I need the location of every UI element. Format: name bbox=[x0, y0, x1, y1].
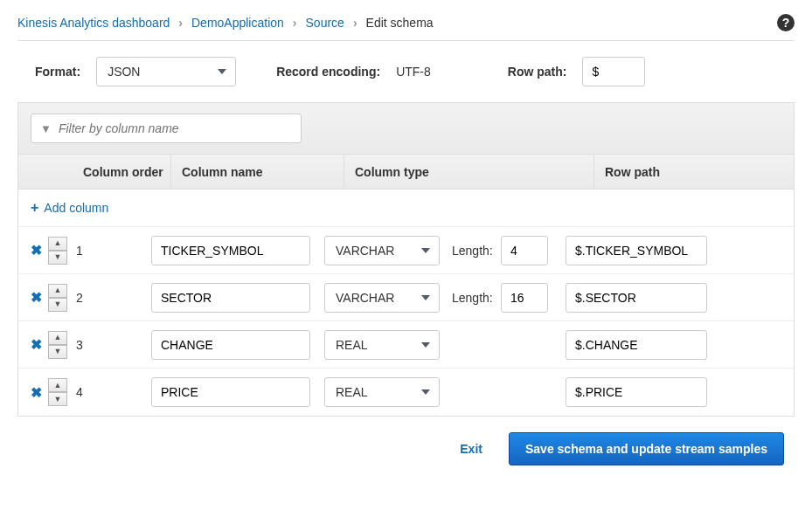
encoding-value: UTF-8 bbox=[396, 65, 431, 79]
row-path-input[interactable] bbox=[566, 377, 707, 407]
chevron-right-icon: › bbox=[293, 16, 297, 30]
format-select[interactable]: JSON bbox=[96, 57, 236, 86]
column-type-value: REAL bbox=[336, 385, 368, 399]
header-path: Row path bbox=[593, 155, 794, 189]
order-value: 4 bbox=[67, 385, 151, 399]
filter-bar: ▼ bbox=[18, 103, 794, 155]
caret-down-icon bbox=[421, 295, 430, 300]
filter-input[interactable] bbox=[59, 121, 292, 135]
caret-down-icon bbox=[421, 389, 430, 395]
move-up-button[interactable]: ▲ bbox=[48, 237, 67, 251]
column-type-select[interactable]: VARCHAR bbox=[324, 236, 440, 265]
column-type-select[interactable]: VARCHAR bbox=[324, 283, 440, 313]
remove-row-icon[interactable]: ✖ bbox=[24, 384, 48, 401]
length-input[interactable] bbox=[501, 236, 548, 265]
format-value: JSON bbox=[108, 65, 140, 79]
table-row: ✖ ▲ ▼ 3 REAL bbox=[18, 321, 794, 369]
column-type-select[interactable]: REAL bbox=[324, 330, 440, 360]
save-button[interactable]: Save schema and update stream samples bbox=[509, 432, 784, 465]
help-icon[interactable]: ? bbox=[777, 14, 795, 31]
rowpath-input[interactable] bbox=[582, 57, 645, 86]
table-row: ✖ ▲ ▼ 1 VARCHAR Length: bbox=[18, 227, 794, 274]
column-name-input[interactable] bbox=[151, 283, 310, 313]
remove-row-icon[interactable]: ✖ bbox=[24, 242, 48, 258]
remove-row-icon[interactable]: ✖ bbox=[24, 289, 48, 306]
caret-down-icon bbox=[218, 69, 226, 74]
chevron-right-icon: › bbox=[353, 16, 357, 30]
breadcrumb-link-source[interactable]: Source bbox=[306, 16, 344, 30]
breadcrumb: Kinesis Analytics dashboard › DemoApplic… bbox=[17, 9, 795, 41]
length-label: Length: bbox=[452, 244, 501, 258]
column-type-value: VARCHAR bbox=[336, 291, 394, 305]
caret-down-icon bbox=[421, 248, 430, 253]
footer: Exit Save schema and update stream sampl… bbox=[17, 417, 795, 469]
move-down-button[interactable]: ▼ bbox=[48, 392, 67, 406]
filter-icon: ▼ bbox=[40, 122, 52, 135]
table-row: ✖ ▲ ▼ 2 VARCHAR Length: bbox=[18, 274, 794, 321]
row-path-input[interactable] bbox=[566, 283, 707, 313]
column-type-value: VARCHAR bbox=[336, 244, 394, 258]
reorder-control: ▲ ▼ bbox=[48, 237, 67, 265]
row-path-input[interactable] bbox=[566, 236, 707, 265]
length-input[interactable] bbox=[501, 283, 548, 313]
breadcrumb-link-dashboard[interactable]: Kinesis Analytics dashboard bbox=[17, 16, 170, 30]
order-value: 1 bbox=[67, 244, 151, 258]
add-column-label: Add column bbox=[44, 201, 108, 215]
format-toolbar: Format: JSON Record encoding: UTF-8 Row … bbox=[17, 41, 795, 102]
order-value: 3 bbox=[67, 338, 151, 352]
column-name-input[interactable] bbox=[151, 330, 310, 360]
move-up-button[interactable]: ▲ bbox=[48, 378, 67, 392]
table-header: Column order Column name Column type Row… bbox=[18, 155, 794, 190]
header-order: Column order bbox=[80, 165, 170, 179]
add-column-link[interactable]: + Add column bbox=[31, 200, 108, 216]
schema-panel: ▼ Column order Column name Column type R… bbox=[17, 102, 795, 417]
column-type-select[interactable]: REAL bbox=[324, 377, 440, 407]
length-label: Length: bbox=[452, 291, 501, 305]
breadcrumb-link-application[interactable]: DemoApplication bbox=[191, 16, 284, 30]
remove-row-icon[interactable]: ✖ bbox=[24, 336, 48, 353]
column-name-input[interactable] bbox=[151, 377, 310, 407]
plus-icon: + bbox=[31, 200, 38, 216]
breadcrumb-current: Edit schema bbox=[366, 16, 434, 30]
column-type-value: REAL bbox=[336, 338, 368, 352]
exit-link[interactable]: Exit bbox=[460, 442, 482, 456]
header-name: Column name bbox=[170, 155, 344, 189]
rowpath-label: Row path: bbox=[508, 65, 567, 79]
column-name-input[interactable] bbox=[151, 236, 310, 265]
move-down-button[interactable]: ▼ bbox=[48, 251, 67, 265]
caret-down-icon bbox=[421, 342, 430, 348]
move-up-button[interactable]: ▲ bbox=[48, 284, 67, 298]
add-column-row: + Add column bbox=[18, 190, 794, 227]
row-path-input[interactable] bbox=[566, 330, 707, 360]
chevron-right-icon: › bbox=[178, 16, 183, 30]
move-down-button[interactable]: ▼ bbox=[48, 298, 67, 312]
reorder-control: ▲ ▼ bbox=[48, 378, 67, 406]
reorder-control: ▲ ▼ bbox=[48, 331, 67, 359]
format-label: Format: bbox=[35, 65, 80, 79]
move-up-button[interactable]: ▲ bbox=[48, 331, 67, 345]
reorder-control: ▲ ▼ bbox=[48, 284, 67, 312]
header-type: Column type bbox=[344, 155, 593, 189]
encoding-label: Record encoding: bbox=[276, 65, 380, 79]
table-row: ✖ ▲ ▼ 4 REAL bbox=[18, 369, 794, 416]
filter-box[interactable]: ▼ bbox=[31, 114, 302, 143]
order-value: 2 bbox=[67, 291, 151, 305]
move-down-button[interactable]: ▼ bbox=[48, 345, 67, 359]
